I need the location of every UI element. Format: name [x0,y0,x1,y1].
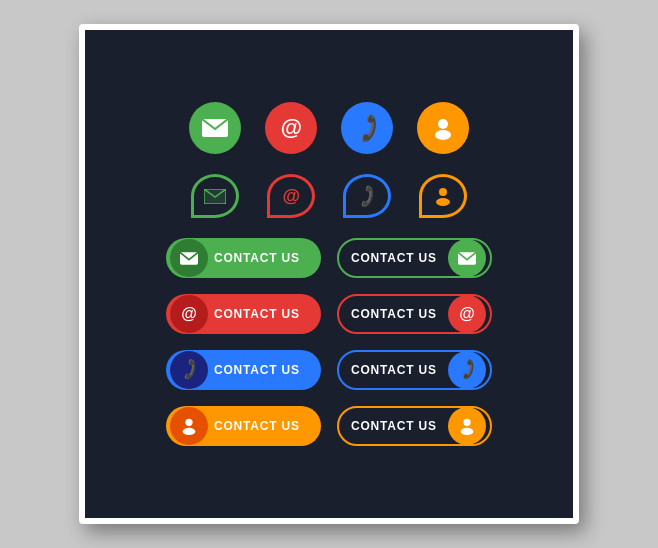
svg-point-1 [438,119,448,129]
contact-label: CONTACT US [343,307,442,321]
svg-point-12 [461,428,474,435]
svg-point-2 [435,130,451,140]
contact-btn-green-left[interactable]: CONTACT US [166,238,321,278]
contact-btn-red-right[interactable]: @ CONTACT US [337,294,492,334]
icon-row-outline: @ 📞 [189,170,469,222]
svg-point-10 [183,428,196,435]
btn-person-icon-right [448,407,486,445]
btn-at-icon-right: @ [448,295,486,333]
email-icon-filled-green[interactable] [189,102,241,154]
at-symbol-outline: @ [282,186,300,207]
person-icon-filled-orange[interactable] [417,102,469,154]
contact-label: CONTACT US [343,251,442,265]
at-icon-outline-red[interactable]: @ [265,170,317,222]
btn-at-icon-left: @ [170,295,208,333]
contact-label: CONTACT US [214,363,317,377]
btn-envelope-icon-right [448,239,486,277]
contact-btn-orange-left[interactable]: CONTACT US [166,406,321,446]
btn-row-blue: 📞 CONTACT US 📞 CONTACT US [166,350,492,390]
phone-icon-outline-blue[interactable]: 📞 [341,170,393,222]
phone-symbol-outline: 📞 [354,183,381,209]
main-card: @ 📞 @ [79,24,579,524]
contact-btn-blue-right[interactable]: 📞 CONTACT US [337,350,492,390]
at-symbol: @ [280,115,301,141]
svg-point-9 [185,419,192,426]
svg-point-5 [439,188,447,196]
contact-label: CONTACT US [214,251,317,265]
contact-label: CONTACT US [214,419,317,433]
phone-symbol: 📞 [350,111,384,144]
btn-phone-icon-right: 📞 [448,351,486,389]
btn-envelope-icon-left [170,239,208,277]
email-icon-outline-green[interactable] [189,170,241,222]
at-icon-filled-red[interactable]: @ [265,102,317,154]
person-icon-outline-orange[interactable] [417,170,469,222]
contact-btn-blue-left[interactable]: 📞 CONTACT US [166,350,321,390]
contact-label: CONTACT US [343,363,442,377]
contact-label: CONTACT US [343,419,442,433]
phone-icon-filled-blue[interactable]: 📞 [341,102,393,154]
contact-label: CONTACT US [214,307,317,321]
btn-person-icon-left [170,407,208,445]
btn-phone-icon-left: 📞 [170,351,208,389]
icon-row-filled: @ 📞 [189,102,469,154]
contact-btn-green-right[interactable]: CONTACT US [337,238,492,278]
btn-row-green: CONTACT US CONTACT US [166,238,492,278]
contact-btn-orange-right[interactable]: CONTACT US [337,406,492,446]
btn-row-red: @ CONTACT US @ CONTACT US [166,294,492,334]
contact-btn-red-left[interactable]: @ CONTACT US [166,294,321,334]
svg-point-11 [463,419,470,426]
svg-point-6 [436,198,450,206]
btn-row-orange: CONTACT US CONTACT US [166,406,492,446]
